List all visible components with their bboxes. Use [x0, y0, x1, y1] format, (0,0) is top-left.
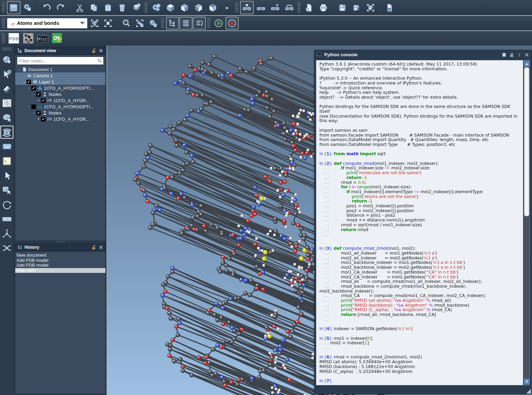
paste-button[interactable] [101, 1, 115, 14]
redo-button[interactable] [54, 1, 68, 14]
toolbar-grip[interactable] [2, 33, 5, 43]
help-icon[interactable]: ? [517, 52, 522, 57]
scroll-thumb[interactable] [524, 67, 529, 216]
panel-splitter[interactable] [14, 241, 106, 243]
zoom-select-button[interactable] [120, 17, 133, 29]
close-icon[interactable] [524, 52, 529, 57]
cube-view-a-button[interactable] [164, 1, 177, 14]
layers-add-button[interactable] [130, 1, 143, 14]
twist-tool-tool[interactable] [0, 241, 13, 255]
document-new-button[interactable] [303, 1, 316, 14]
history-item[interactable]: Add PDB model [15, 263, 105, 268]
toolbar-grip[interactable] [207, 18, 211, 28]
rotate-tool-tool[interactable] [0, 198, 13, 211]
toolbar-grip[interactable] [2, 18, 5, 28]
glasses-show-button[interactable] [254, 1, 268, 14]
filter-nodes-input[interactable] [19, 58, 97, 64]
tree-row[interactable]: +✓M1CFD_A_HYDR... [15, 97, 105, 103]
glasses-swap-button[interactable] [283, 1, 296, 14]
collapse-toggle[interactable]: - [27, 86, 31, 90]
cube-view-b-button[interactable] [178, 1, 191, 14]
selection-filter-combo[interactable]: Atoms and bonds [7, 18, 88, 29]
view-history-button[interactable] [193, 17, 206, 29]
chevron-more-button[interactable]: » [220, 1, 234, 14]
console-output[interactable]: Python 3.6.1 |Anaconda custom (64-bit)| … [316, 60, 523, 385]
densities-button[interactable] [21, 32, 35, 45]
save-all-button[interactable] [364, 1, 377, 14]
close-icon[interactable] [99, 245, 103, 250]
close-icon[interactable] [99, 48, 103, 53]
close-icon[interactable] [99, 245, 103, 250]
resize-grip[interactable] [526, 389, 531, 394]
eraser-tool[interactable] [0, 82, 13, 95]
visibility-checkbox[interactable]: ✓ [36, 92, 41, 97]
collapse-toggle[interactable]: - [32, 92, 36, 96]
collapse-toggle[interactable]: - [17, 67, 21, 71]
save-icon[interactable] [502, 52, 507, 57]
collapse-toggle[interactable]: - [32, 111, 36, 115]
cut-button[interactable] [73, 1, 86, 14]
unlock-icon[interactable] [91, 245, 96, 250]
visibility-checkbox[interactable]: ✓ [41, 117, 45, 121]
close-icon[interactable] [524, 52, 529, 57]
close-icon[interactable] [99, 48, 103, 53]
select-group-button[interactable] [88, 17, 101, 29]
console-scrollbar[interactable] [523, 60, 530, 385]
document-close-button[interactable] [383, 1, 396, 14]
scroll-up-button[interactable] [524, 61, 530, 67]
lock-icon[interactable] [509, 52, 514, 57]
toolbar-grip[interactable] [235, 3, 238, 12]
add-camera-button[interactable] [150, 1, 163, 14]
qt-button[interactable]: Qt [50, 32, 64, 45]
visibility-checkbox[interactable]: ✓ [31, 86, 36, 90]
cube-view-c-button[interactable] [192, 1, 205, 14]
copy-button[interactable] [87, 1, 101, 14]
save-camera-button[interactable] [21, 1, 34, 14]
periodic-table-tool[interactable]: H [0, 155, 13, 168]
ipython-button[interactable]: IP[y]: [36, 32, 50, 45]
tree-row[interactable]: -✓1CFD_A_HYDROOPTI... [15, 85, 105, 91]
delete-button[interactable] [115, 1, 129, 14]
expand-toggle[interactable]: + [37, 117, 41, 121]
lattice-creator-tool[interactable] [0, 97, 13, 110]
shape-select-tool[interactable] [0, 111, 13, 124]
collapse-toggle[interactable]: - [22, 80, 26, 84]
new-document-button[interactable] [7, 1, 20, 14]
atom-add-button[interactable] [147, 17, 160, 29]
history-item[interactable]: Hide item [15, 268, 105, 273]
rect-select-tool[interactable] [0, 184, 13, 197]
unlock-icon[interactable] [91, 245, 96, 250]
tree-row[interactable]: -✓Nodes [15, 110, 105, 116]
view-list-button[interactable] [180, 17, 192, 29]
tree-row[interactable]: Camera 1 [15, 72, 105, 79]
pointer-select-tool[interactable] [0, 169, 13, 182]
keyboard-shortcuts-tool[interactable] [0, 140, 13, 153]
history-item[interactable]: Add PDB model [15, 258, 105, 263]
save-button[interactable] [336, 1, 349, 14]
expand-toggle[interactable]: + [37, 98, 41, 102]
unlock-icon[interactable] [91, 48, 96, 53]
save-as-button[interactable] [350, 1, 363, 14]
glasses-hide-button[interactable] [240, 1, 254, 14]
measure-ruler-tool[interactable] [0, 213, 13, 226]
atom-create-tool[interactable] [0, 53, 13, 66]
save-icon[interactable] [502, 52, 507, 57]
glasses-sound-button[interactable] [268, 1, 282, 14]
view-tree-button[interactable] [166, 17, 179, 29]
toolbar-grip[interactable] [161, 18, 164, 28]
toolbar-grip[interactable] [145, 3, 148, 12]
lock-icon[interactable] [509, 52, 514, 57]
pointer-settings-tool[interactable] [0, 68, 13, 81]
tree-row[interactable]: -1CFD_A_HYDROOPTI... [15, 103, 105, 110]
play-button[interactable] [212, 17, 225, 29]
visibility-checkbox[interactable]: ✓ [27, 80, 31, 84]
history-item[interactable]: New document [15, 253, 105, 258]
visibility-checkbox[interactable]: ✓ [41, 98, 45, 103]
tree-row[interactable]: -✓Nodes [15, 91, 105, 97]
sidebar-grip[interactable] [2, 48, 11, 51]
visibility-checkbox[interactable] [31, 105, 36, 109]
scroll-down-button[interactable] [524, 378, 530, 385]
axes-tool-tool[interactable] [0, 227, 13, 240]
help-icon[interactable]: ? [517, 52, 522, 57]
toolbar-grip[interactable] [298, 3, 301, 12]
